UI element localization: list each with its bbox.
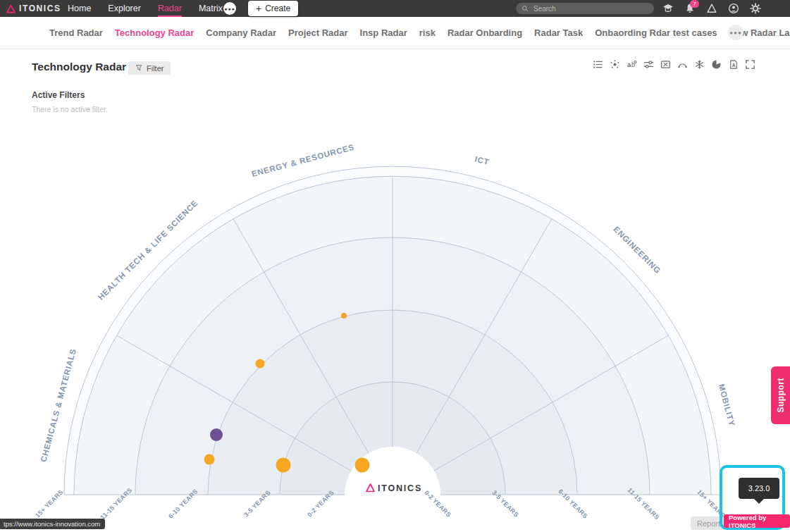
image-off-icon[interactable] (660, 59, 671, 70)
fullscreen-icon[interactable] (745, 59, 755, 70)
active-filters-title: Active Filters (32, 90, 85, 100)
tab-project-radar[interactable]: Project Radar (288, 27, 348, 38)
top-navbar: ITONICS HomeExplorerRadarMatrix ●●● + Cr… (0, 0, 790, 17)
sparkle-icon[interactable] (610, 59, 620, 70)
radar-point-energy-resources-6-10-years[interactable] (341, 313, 347, 318)
tabs-more-button[interactable]: ●●● (728, 25, 743, 40)
tab-onbaording-rdar-test-cases[interactable]: Onbaording Rdar test cases (595, 27, 717, 38)
logo-text: ITONICS (19, 4, 61, 13)
tab-radar-task[interactable]: Radar Task (534, 27, 583, 38)
nav-item-radar[interactable]: Radar (158, 0, 182, 17)
status-bar-url: tps://www.itonics-innovation.com (0, 519, 105, 529)
active-filters-empty-text: There is no active filter. (32, 105, 108, 113)
center-logo-text: ITONICS (378, 483, 422, 493)
technology-radar-chart: 0-2 YEARS0-2 YEARS3-5 YEARS3-5 YEARS6-10… (0, 0, 790, 532)
radar-point-health-tech-life-science-6-10-years[interactable] (256, 359, 265, 369)
pdf-export-icon[interactable]: A (728, 59, 739, 70)
radar-tabs: Trend RadarTechnology RadarCompany Radar… (49, 17, 790, 49)
tab-company-radar[interactable]: Company Radar (206, 27, 276, 38)
support-button[interactable]: Support (771, 366, 790, 424)
bell-icon[interactable]: 7 (684, 3, 696, 14)
search-bar[interactable] (516, 3, 654, 14)
nav-item-matrix[interactable]: Matrix (199, 0, 223, 17)
nav-more-button[interactable]: ●●● (223, 2, 236, 15)
radar-point-chemicals-materials-3-5-years[interactable] (276, 458, 291, 473)
tab-trend-radar[interactable]: Trend Radar (49, 27, 103, 38)
powered-by-badge[interactable]: Powered by ITONICS (724, 514, 790, 528)
tab-risk[interactable]: risk (419, 27, 436, 38)
nav-item-explorer[interactable]: Explorer (108, 0, 141, 17)
svg-text:a: a (627, 61, 631, 68)
nav-item-home[interactable]: Home (68, 0, 91, 17)
itonics-triangle-icon (6, 4, 16, 13)
svg-text:A: A (732, 63, 736, 68)
snowflake-icon[interactable] (694, 59, 705, 70)
tab-insp-radar[interactable]: Insp Radar (360, 27, 407, 38)
radar-point-chemicals-materials-6-10-years[interactable] (210, 428, 223, 441)
search-input[interactable] (532, 4, 641, 13)
navbar-right-icons: 7 (662, 0, 761, 17)
create-button[interactable]: + Create (248, 1, 298, 16)
gear-icon[interactable] (750, 3, 761, 14)
search-icon (521, 5, 529, 12)
arc-icon[interactable] (677, 59, 688, 70)
labels-icon[interactable]: ab (627, 59, 637, 70)
tab-radar-onbarding[interactable]: Radar Onbarding (448, 27, 522, 38)
radar-tabs-bar: Trend RadarTechnology RadarCompany Radar… (0, 17, 790, 49)
sliders-icon[interactable] (643, 59, 654, 70)
filter-button-label: Filter (147, 64, 163, 73)
legend-list-icon[interactable] (593, 59, 603, 70)
pie-chart-icon[interactable] (711, 59, 722, 70)
sector-label-ict: ICT (474, 154, 490, 166)
academy-icon[interactable] (662, 3, 674, 14)
version-tooltip: 3.23.0 (739, 478, 779, 499)
funnel-icon (135, 64, 143, 72)
create-button-label: Create (265, 4, 290, 13)
main-nav: HomeExplorerRadarMatrix (68, 0, 223, 17)
plus-icon: + (256, 4, 261, 13)
page-title: Technology Radar (32, 61, 126, 73)
user-icon[interactable] (728, 3, 739, 14)
itonics-logo[interactable]: ITONICS (6, 0, 61, 17)
notification-badge: 7 (690, 0, 699, 8)
tab-technology-radar[interactable]: Technology Radar (115, 27, 194, 38)
chart-toolbar: abA (593, 59, 755, 70)
support-button-label: Support (776, 378, 786, 413)
prism-icon[interactable] (706, 3, 717, 14)
sector-label-mobility: MOBILITY (717, 383, 736, 427)
filter-button[interactable]: Filter (128, 61, 171, 75)
ring-label-left-15-years: 15+ YEARS (34, 488, 64, 519)
radar-point-chemicals-materials-6-10-years[interactable] (204, 454, 215, 465)
radar-point-health-tech-life-science-0-2-years[interactable] (355, 458, 370, 473)
